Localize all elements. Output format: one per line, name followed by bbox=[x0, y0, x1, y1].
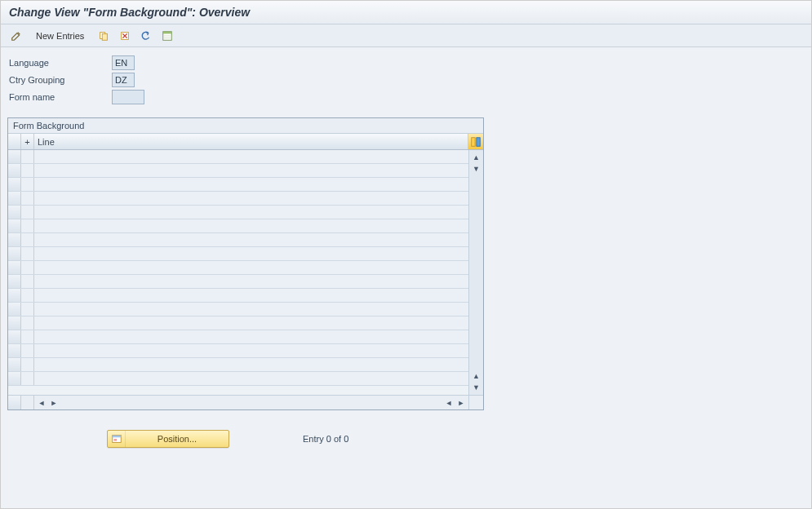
column-select-header[interactable] bbox=[8, 134, 21, 149]
row-plus-cell[interactable] bbox=[21, 330, 34, 343]
table-row[interactable] bbox=[8, 275, 468, 289]
table-row[interactable] bbox=[8, 316, 468, 330]
row-plus-cell[interactable] bbox=[21, 358, 34, 371]
svg-rect-7 bbox=[472, 137, 475, 146]
row-selector[interactable] bbox=[8, 303, 21, 316]
scroll-down-icon[interactable]: ▼ bbox=[471, 382, 482, 393]
row-selector[interactable] bbox=[8, 275, 21, 288]
ctry-grouping-field[interactable] bbox=[112, 73, 135, 87]
row-plus-cell[interactable] bbox=[21, 150, 34, 163]
scroll-left-icon[interactable]: ◄ bbox=[36, 397, 47, 409]
table-row[interactable] bbox=[8, 261, 468, 275]
row-line-cell[interactable] bbox=[34, 247, 468, 260]
table-row[interactable] bbox=[8, 206, 468, 219]
undo-icon[interactable] bbox=[137, 28, 155, 44]
table-row[interactable] bbox=[8, 289, 468, 303]
new-entries-button[interactable]: New Entries bbox=[29, 28, 91, 44]
row-selector[interactable] bbox=[8, 372, 21, 385]
row-plus-cell[interactable] bbox=[21, 247, 34, 260]
scroll-right-icon[interactable]: ► bbox=[48, 397, 60, 409]
table-row[interactable] bbox=[8, 303, 468, 316]
row-selector[interactable] bbox=[8, 164, 21, 177]
scroll-up-icon[interactable]: ▲ bbox=[471, 152, 482, 163]
position-button-label: Position... bbox=[126, 434, 229, 444]
row-line-cell[interactable] bbox=[34, 261, 468, 274]
language-row: Language bbox=[9, 55, 803, 70]
row-selector[interactable] bbox=[8, 233, 21, 246]
row-line-cell[interactable] bbox=[34, 344, 468, 357]
column-plus-header[interactable]: + bbox=[21, 134, 34, 149]
table-settings-icon[interactable] bbox=[468, 134, 483, 149]
row-line-cell[interactable] bbox=[34, 330, 468, 343]
row-selector[interactable] bbox=[8, 358, 21, 371]
row-plus-cell[interactable] bbox=[21, 261, 34, 274]
form-background-table: Form Background + Line ▲ ▼ ▲ ▼ ◄ ► bbox=[7, 117, 484, 410]
row-selector[interactable] bbox=[8, 261, 21, 274]
row-plus-cell[interactable] bbox=[21, 178, 34, 191]
table-row[interactable] bbox=[8, 372, 468, 386]
table-row[interactable] bbox=[8, 219, 468, 233]
table-row[interactable] bbox=[8, 358, 468, 372]
table-body: ▲ ▼ ▲ ▼ bbox=[8, 150, 483, 395]
table-row[interactable] bbox=[8, 330, 468, 344]
delete-icon[interactable] bbox=[116, 28, 134, 44]
row-selector[interactable] bbox=[8, 178, 21, 191]
row-line-cell[interactable] bbox=[34, 150, 468, 163]
row-selector[interactable] bbox=[8, 344, 21, 357]
select-all-icon[interactable] bbox=[158, 28, 176, 44]
row-plus-cell[interactable] bbox=[21, 303, 34, 316]
table-row[interactable] bbox=[8, 178, 468, 192]
row-plus-cell[interactable] bbox=[21, 344, 34, 357]
row-line-cell[interactable] bbox=[34, 206, 468, 219]
row-selector[interactable] bbox=[8, 316, 21, 330]
row-plus-cell[interactable] bbox=[21, 164, 34, 177]
scroll-up-icon[interactable]: ▲ bbox=[471, 370, 482, 382]
row-plus-cell[interactable] bbox=[21, 219, 34, 232]
row-line-cell[interactable] bbox=[34, 275, 468, 288]
row-selector[interactable] bbox=[8, 150, 21, 163]
row-selector[interactable] bbox=[8, 206, 21, 219]
row-line-cell[interactable] bbox=[34, 164, 468, 177]
table-row[interactable] bbox=[8, 164, 468, 178]
row-selector[interactable] bbox=[8, 289, 21, 302]
row-line-cell[interactable] bbox=[34, 372, 468, 385]
row-line-cell[interactable] bbox=[34, 303, 468, 316]
row-plus-cell[interactable] bbox=[21, 289, 34, 302]
scroll-down-icon[interactable]: ▼ bbox=[471, 163, 482, 175]
table-row[interactable] bbox=[8, 344, 468, 358]
position-button[interactable]: Position... bbox=[107, 430, 229, 448]
row-plus-cell[interactable] bbox=[21, 233, 34, 246]
table-row[interactable] bbox=[8, 192, 468, 206]
row-line-cell[interactable] bbox=[34, 192, 468, 205]
row-line-cell[interactable] bbox=[34, 289, 468, 302]
row-line-cell[interactable] bbox=[34, 358, 468, 371]
column-line-header[interactable]: Line bbox=[34, 134, 468, 149]
form-name-field[interactable] bbox=[112, 90, 144, 104]
table-row[interactable] bbox=[8, 150, 468, 164]
row-plus-cell[interactable] bbox=[21, 372, 34, 385]
row-selector[interactable] bbox=[8, 192, 21, 205]
language-field[interactable] bbox=[112, 55, 135, 70]
row-plus-cell[interactable] bbox=[21, 316, 34, 330]
row-plus-cell[interactable] bbox=[21, 275, 34, 288]
table-rows bbox=[8, 150, 468, 395]
row-line-cell[interactable] bbox=[34, 178, 468, 191]
svg-rect-8 bbox=[477, 137, 480, 146]
scroll-left-icon[interactable]: ◄ bbox=[443, 397, 455, 409]
toggle-change-icon[interactable] bbox=[7, 28, 25, 44]
table-row[interactable] bbox=[8, 233, 468, 247]
horizontal-scrollbar[interactable]: ◄ ► ◄ ► bbox=[34, 396, 468, 409]
table-row[interactable] bbox=[8, 247, 468, 261]
row-line-cell[interactable] bbox=[34, 233, 468, 246]
scroll-right-icon[interactable]: ► bbox=[455, 397, 467, 409]
row-selector[interactable] bbox=[8, 219, 21, 232]
row-plus-cell[interactable] bbox=[21, 192, 34, 205]
vertical-scrollbar[interactable]: ▲ ▼ ▲ ▼ bbox=[468, 150, 483, 395]
row-selector[interactable] bbox=[8, 330, 21, 343]
row-line-cell[interactable] bbox=[34, 219, 468, 232]
copy-icon[interactable] bbox=[95, 28, 113, 44]
row-line-cell[interactable] bbox=[34, 316, 468, 330]
row-plus-cell[interactable] bbox=[21, 206, 34, 219]
ctry-grouping-row: Ctry Grouping bbox=[9, 73, 803, 87]
row-selector[interactable] bbox=[8, 247, 21, 260]
